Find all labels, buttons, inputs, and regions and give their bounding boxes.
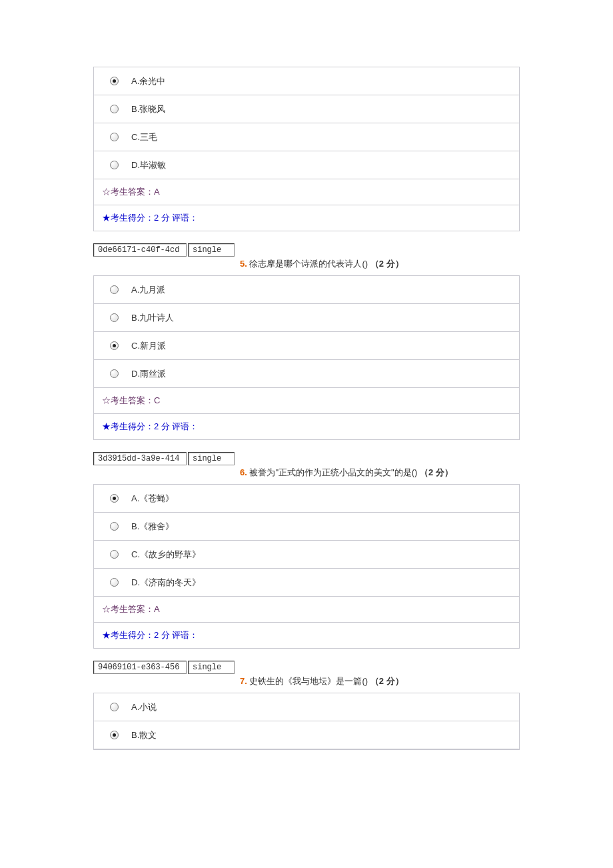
radio-unchecked-icon[interactable] [110, 133, 119, 141]
option-row[interactable]: B.张晓风 [94, 95, 519, 123]
question-header: 0de66171-c40f-4cdsingle [93, 243, 520, 257]
question-points: （2 分） [370, 259, 404, 269]
option-label: C.三毛 [127, 131, 512, 143]
student-score: ★考生得分：2 分 评语： [94, 414, 519, 439]
option-label: C.新月派 [127, 340, 512, 352]
option-row[interactable]: C.三毛 [94, 123, 519, 151]
radio-wrap [101, 369, 127, 378]
radio-wrap [101, 285, 127, 294]
radio-unchecked-icon[interactable] [110, 161, 119, 169]
radio-wrap [101, 550, 127, 559]
radio-wrap [101, 77, 127, 85]
question-text: 6. 被誉为"正式的作为正统小品文的美文"的是() （2 分） [240, 467, 520, 479]
radio-unchecked-icon[interactable] [110, 313, 119, 322]
option-row[interactable]: B.《雅舍》 [94, 513, 519, 541]
option-row[interactable]: A.余光中 [94, 67, 519, 95]
option-row[interactable]: D.雨丝派 [94, 360, 519, 388]
student-answer: ☆考生答案：C [94, 388, 519, 414]
question-number: 5. [240, 259, 249, 269]
option-label: D.毕淑敏 [127, 159, 512, 171]
radio-wrap [101, 494, 127, 503]
spacer [93, 231, 520, 243]
student-answer: ☆考生答案：A [94, 179, 519, 205]
question-block: A.余光中B.张晓风C.三毛D.毕淑敏☆考生答案：A★考生得分：2 分 评语： [93, 67, 520, 231]
options-table: A.九月派B.九叶诗人C.新月派D.雨丝派☆考生答案：C★考生得分：2 分 评语… [93, 275, 520, 440]
radio-wrap [101, 578, 127, 587]
option-row[interactable]: D.《济南的冬天》 [94, 569, 519, 597]
radio-unchecked-icon[interactable] [110, 105, 119, 113]
student-answer: ☆考生答案：A [94, 597, 519, 623]
student-score: ★考生得分：2 分 评语： [94, 623, 519, 648]
radio-wrap [101, 522, 127, 531]
question-stem: 史铁生的《我与地坛》是一篇() [249, 676, 370, 686]
option-label: A.小说 [127, 701, 512, 713]
questions-container: A.余光中B.张晓风C.三毛D.毕淑敏☆考生答案：A★考生得分：2 分 评语：0… [93, 67, 520, 762]
question-type-input[interactable]: single [188, 452, 235, 465]
option-row[interactable]: B.九叶诗人 [94, 304, 519, 332]
option-row[interactable]: C.新月派 [94, 332, 519, 360]
question-number: 6. [240, 467, 249, 477]
radio-unchecked-icon[interactable] [110, 578, 119, 587]
radio-checked-icon[interactable] [110, 77, 119, 85]
options-table: A.小说B.散文 [93, 693, 520, 750]
question-id-input[interactable]: 0de66171-c40f-4cd [93, 243, 187, 257]
option-label: B.九叶诗人 [127, 312, 512, 324]
radio-checked-icon[interactable] [110, 494, 119, 503]
radio-checked-icon[interactable] [110, 341, 119, 350]
radio-unchecked-icon[interactable] [110, 369, 119, 378]
spacer [93, 440, 520, 452]
option-label: A.九月派 [127, 284, 512, 296]
option-label: A.《苍蝇》 [127, 493, 512, 505]
option-label: B.散文 [127, 729, 512, 741]
option-row[interactable]: C.《故乡的野草》 [94, 541, 519, 569]
question-id-input[interactable]: 3d3915dd-3a9e-414 [93, 452, 187, 465]
question-type-input[interactable]: single [188, 661, 235, 674]
option-label: A.余光中 [127, 75, 512, 87]
question-header: 3d3915dd-3a9e-414single [93, 452, 520, 465]
option-label: B.张晓风 [127, 103, 512, 115]
option-label: B.《雅舍》 [127, 521, 512, 533]
question-stem: 徐志摩是哪个诗派的代表诗人() [249, 259, 370, 269]
spacer [93, 649, 520, 661]
question-points: （2 分） [420, 467, 453, 477]
question-stem: 被誉为"正式的作为正统小品文的美文"的是() [249, 467, 420, 477]
question-id-input[interactable]: 94069101-e363-456 [93, 661, 187, 674]
question-points: （2 分） [370, 676, 404, 686]
question-header: 94069101-e363-456single [93, 661, 520, 674]
radio-unchecked-icon[interactable] [110, 703, 119, 711]
radio-wrap [101, 703, 127, 711]
radio-checked-icon[interactable] [110, 731, 119, 739]
options-table: A.余光中B.张晓风C.三毛D.毕淑敏☆考生答案：A★考生得分：2 分 评语： [93, 67, 520, 231]
question-block: 0de66171-c40f-4cdsingle5. 徐志摩是哪个诗派的代表诗人(… [93, 243, 520, 440]
option-row[interactable]: A.《苍蝇》 [94, 485, 519, 513]
option-row[interactable]: A.九月派 [94, 276, 519, 304]
question-type-input[interactable]: single [188, 243, 235, 257]
spacer [93, 750, 520, 762]
option-label: D.《济南的冬天》 [127, 577, 512, 589]
option-label: D.雨丝派 [127, 368, 512, 380]
question-block: 3d3915dd-3a9e-414single6. 被誉为"正式的作为正统小品文… [93, 452, 520, 649]
radio-wrap [101, 105, 127, 113]
question-text: 5. 徐志摩是哪个诗派的代表诗人() （2 分） [240, 258, 520, 270]
radio-wrap [101, 133, 127, 141]
option-row[interactable]: D.毕淑敏 [94, 151, 519, 179]
radio-unchecked-icon[interactable] [110, 522, 119, 531]
options-table: A.《苍蝇》B.《雅舍》C.《故乡的野草》D.《济南的冬天》☆考生答案：A★考生… [93, 484, 520, 649]
student-score: ★考生得分：2 分 评语： [94, 205, 519, 231]
option-row[interactable]: B.散文 [94, 721, 519, 749]
radio-wrap [101, 313, 127, 322]
radio-wrap [101, 161, 127, 169]
option-row[interactable]: A.小说 [94, 693, 519, 721]
question-text: 7. 史铁生的《我与地坛》是一篇() （2 分） [240, 675, 520, 687]
option-label: C.《故乡的野草》 [127, 549, 512, 561]
question-block: 94069101-e363-456single7. 史铁生的《我与地坛》是一篇(… [93, 661, 520, 750]
radio-unchecked-icon[interactable] [110, 285, 119, 294]
radio-wrap [101, 341, 127, 350]
radio-unchecked-icon[interactable] [110, 550, 119, 559]
question-number: 7. [240, 676, 249, 686]
radio-wrap [101, 731, 127, 739]
